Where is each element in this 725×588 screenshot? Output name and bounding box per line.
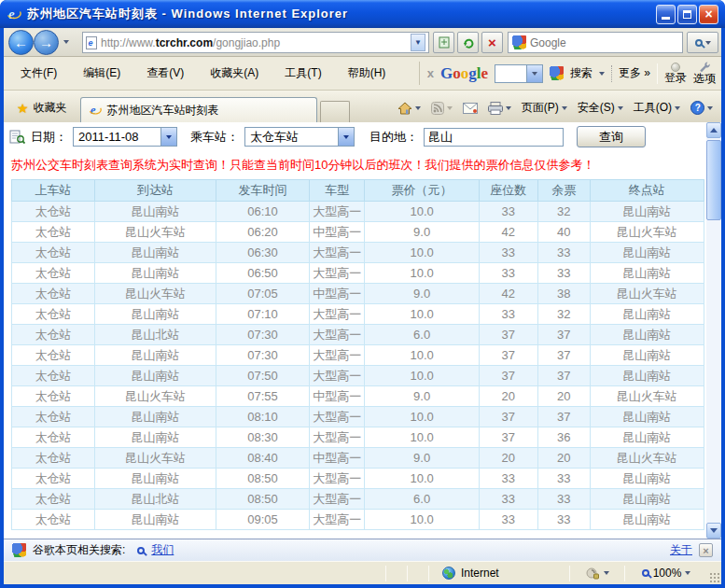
home-button[interactable] (393, 99, 425, 118)
page-menu-button[interactable]: 页面(P) (517, 97, 572, 119)
table-cell: 太仓站 (12, 263, 95, 284)
table-cell: 昆山南站 (95, 263, 216, 284)
table-cell: 33 (479, 304, 537, 325)
menu-item[interactable]: 帮助(H) (337, 63, 397, 84)
menu-bar: 文件(F)编辑(E)查看(V)收藏夹(A)工具(T)帮助(H) x Google… (4, 57, 721, 91)
back-button[interactable]: ← (8, 30, 34, 55)
date-select[interactable]: 2011-11-08 (73, 127, 177, 147)
station-select[interactable]: 太仓车站 (244, 127, 355, 147)
table-cell: 37 (479, 325, 537, 345)
table-cell: 昆山火车站 (590, 448, 704, 469)
station-value: 太仓车站 (245, 129, 338, 146)
menu-item[interactable]: 文件(F) (9, 63, 68, 84)
table-cell: 大型高一 (310, 304, 365, 325)
refresh-button[interactable] (457, 32, 479, 53)
history-dropdown-icon[interactable] (63, 40, 69, 44)
rss-icon (431, 102, 444, 115)
table-cell: 昆山南站 (590, 345, 704, 366)
tools-menu-button[interactable]: 工具(O) (629, 97, 685, 119)
maximize-button[interactable] (677, 5, 697, 24)
resize-grip[interactable] (709, 572, 721, 584)
table-cell: 9.0 (365, 386, 479, 407)
destination-input[interactable] (424, 128, 564, 147)
address-dropdown-icon[interactable]: ▼ (411, 34, 425, 51)
address-bar[interactable]: e http://www.tcrchr.com/gongjiao.php ▼ (82, 32, 429, 53)
column-header: 上车站 (12, 180, 95, 202)
table-cell: 大型高一 (310, 407, 365, 427)
table-cell: 33 (537, 469, 590, 489)
menu-item[interactable]: 工具(T) (273, 63, 332, 84)
table-cell: 10.0 (365, 510, 479, 530)
about-link[interactable]: 关于 (670, 542, 692, 558)
table-cell: 08:10 (216, 407, 309, 427)
feeds-button[interactable] (426, 99, 457, 118)
table-cell: 昆山南站 (590, 304, 704, 325)
google-footer-bar: 谷歌本页相关搜索: 我们 关于 × (4, 539, 721, 561)
zoom-control[interactable]: 100% (625, 567, 707, 580)
status-bar: Internet 100% (4, 561, 721, 584)
scroll-down-button[interactable] (706, 523, 721, 539)
query-button[interactable]: 查询 (577, 126, 646, 147)
help-button[interactable]: ? (686, 98, 718, 118)
menu-bar-items: 文件(F)编辑(E)查看(V)收藏夹(A)工具(T)帮助(H) (9, 63, 397, 84)
footer-close-icon[interactable]: × (699, 543, 713, 557)
toolbar-options-button[interactable]: 选项 (693, 62, 716, 85)
table-cell: 10.0 (365, 263, 479, 284)
forward-button[interactable]: → (34, 30, 59, 55)
table-cell: 昆山南站 (95, 304, 216, 325)
station-label: 乘车站： (190, 129, 239, 146)
toolbar-search-button[interactable]: 搜索 (570, 65, 593, 81)
title-bar: e 苏州地区汽车站时刻表 - Windows Internet Explorer… (0, 0, 725, 28)
minimize-button[interactable] (656, 5, 676, 24)
safety-menu-button[interactable]: 安全(S) (573, 97, 628, 119)
print-button[interactable] (483, 99, 516, 118)
table-cell: 大型高一 (310, 489, 365, 510)
table-cell: 10.0 (365, 407, 479, 427)
table-cell: 33 (479, 202, 537, 222)
help-icon: ? (690, 101, 704, 115)
vertical-scrollbar[interactable] (706, 122, 721, 539)
toolbar-more-button[interactable]: 更多 » (619, 65, 650, 81)
security-zone-panel: Internet (429, 567, 569, 580)
menu-item[interactable]: 编辑(E) (72, 63, 132, 84)
date-value: 2011-11-08 (74, 130, 160, 144)
search-menu-icon[interactable] (599, 72, 605, 76)
toolbar-close-icon[interactable]: x (427, 66, 434, 80)
table-cell: 昆山南站 (95, 407, 216, 427)
table-cell: 昆山南站 (95, 427, 216, 448)
zoom-level: 100% (653, 567, 682, 580)
toolbar-search-combo[interactable] (495, 64, 543, 83)
menu-item[interactable]: 查看(V) (135, 63, 195, 84)
mail-icon (463, 103, 478, 114)
search-box[interactable] (508, 32, 683, 53)
window-title: 苏州地区汽车站时刻表 - Windows Internet Explorer (27, 6, 650, 22)
table-cell: 06:20 (216, 222, 309, 243)
new-tab-stub[interactable] (320, 101, 350, 122)
scrollbar-thumb[interactable] (706, 140, 721, 220)
favorites-button[interactable]: ★ 收藏夹 (7, 96, 77, 119)
scroll-up-button[interactable] (706, 122, 721, 138)
related-search-link[interactable]: 我们 (151, 542, 174, 558)
table-cell: 太仓站 (12, 202, 95, 222)
table-cell: 33 (537, 243, 590, 263)
table-cell: 08:50 (216, 469, 309, 489)
search-input[interactable] (530, 36, 678, 49)
protected-mode-panel[interactable] (570, 567, 624, 580)
mail-button[interactable] (458, 100, 482, 117)
stop-button[interactable]: × (481, 32, 503, 53)
table-cell: 昆山南站 (590, 427, 704, 448)
table-cell: 10.0 (365, 202, 479, 222)
search-button[interactable] (687, 32, 718, 53)
active-tab[interactable]: e 苏州地区汽车站时刻表 (80, 97, 317, 122)
table-cell: 昆山南站 (95, 510, 216, 530)
menu-item[interactable]: 收藏夹(A) (199, 63, 270, 84)
zoom-icon (642, 569, 649, 577)
table-row: 太仓站昆山南站09:05大型高一10.03333昆山南站 (12, 510, 704, 530)
toolbar-signin-button[interactable]: 登录 (664, 63, 687, 84)
compatibility-view-button[interactable] (433, 32, 454, 53)
table-cell: 昆山北站 (95, 489, 216, 510)
close-button[interactable]: × (699, 5, 718, 24)
table-cell: 37 (479, 427, 537, 448)
table-cell: 40 (537, 222, 590, 243)
search-options-icon[interactable] (705, 41, 711, 45)
